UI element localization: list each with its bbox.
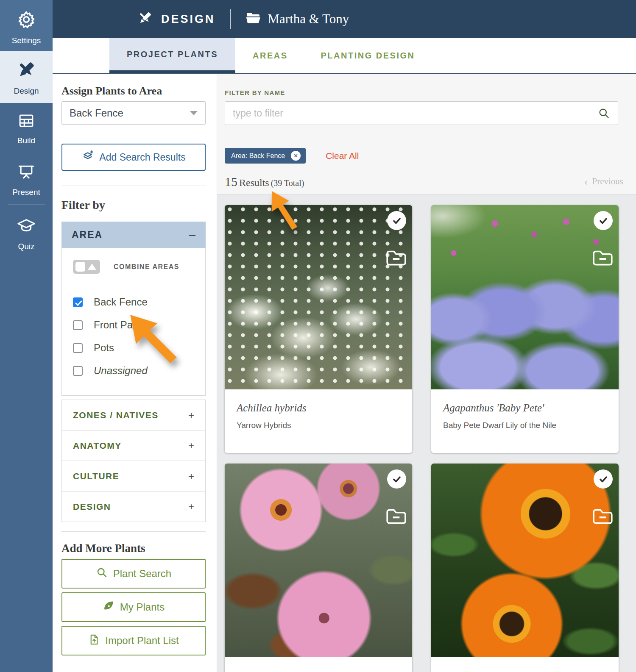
checkbox-label: Back Fence: [94, 296, 148, 308]
plant-card[interactable]: [431, 464, 619, 672]
app-name: DESIGN: [161, 13, 215, 26]
app-logo[interactable]: DESIGN: [136, 9, 215, 29]
checkbox-checked[interactable]: [73, 297, 83, 307]
filter-section-area-body: COMBINE AREAS Back Fence Front Patio Pot…: [61, 248, 206, 396]
chevron-left-icon: ‹: [584, 178, 588, 186]
plant-common-name: Baby Pete Dwarf Lily of the Nile: [443, 421, 607, 430]
filter-section-design[interactable]: DESIGN +: [61, 491, 206, 522]
clear-all-link[interactable]: Clear All: [326, 151, 359, 161]
remove-filter-icon[interactable]: ✕: [291, 151, 301, 161]
area-option-unassigned[interactable]: Unassigned: [73, 365, 197, 377]
chevron-down-icon: [190, 111, 198, 115]
graduation-cap-icon: [17, 216, 36, 238]
folder-minus-icon[interactable]: [591, 507, 614, 527]
combine-areas-toggle[interactable]: [73, 260, 100, 274]
app-header: DESIGN Martha & Tony: [53, 0, 636, 38]
checkbox-unchecked[interactable]: [73, 320, 83, 330]
section-label: DESIGN: [73, 502, 111, 512]
sidebar-item-design[interactable]: Design: [0, 51, 53, 103]
sidebar-item-label: Quiz: [18, 242, 34, 251]
plant-search-button[interactable]: Plant Search: [61, 559, 206, 589]
checkbox-group-divider: [73, 285, 191, 285]
table-icon: [17, 112, 35, 132]
checkbox-label: Front Patio: [94, 319, 143, 331]
project-name: Martha & Tony: [268, 11, 349, 27]
results-grid-area: Achillea hybrids Yarrow Hybrids: [217, 194, 636, 672]
checkbox-unchecked[interactable]: [73, 343, 83, 353]
header-divider: [230, 9, 231, 29]
my-plants-button[interactable]: My Plants: [61, 592, 206, 622]
main-content: Assign Plants to Area Back Fence Add Sea…: [53, 74, 636, 672]
pagination-previous[interactable]: ‹ Previous: [584, 176, 623, 187]
panel-divider: [61, 531, 206, 532]
plant-photo: [431, 205, 619, 389]
presentation-icon: [17, 163, 36, 183]
checkbox-label: Pots: [94, 342, 114, 354]
search-icon[interactable]: [598, 107, 610, 121]
sidebar-item-settings[interactable]: Settings: [0, 0, 53, 51]
import-plant-list-button[interactable]: Import Plant List: [61, 626, 206, 655]
expand-indicator: +: [188, 440, 194, 452]
filter-chip-label: Area: Back Fence: [231, 152, 285, 160]
plant-card-body: Achillea hybrids Yarrow Hybrids: [225, 389, 412, 453]
plant-card-body: Agapanthus 'Baby Pete' Baby Pete Dwarf L…: [431, 389, 619, 453]
leaf-icon: [103, 600, 114, 614]
selected-check-badge[interactable]: [594, 211, 613, 230]
project-switcher[interactable]: Martha & Tony: [245, 11, 349, 27]
sidebar-item-build[interactable]: Build: [0, 112, 53, 145]
area-option-back-fence[interactable]: Back Fence: [73, 296, 197, 308]
selected-check-badge[interactable]: [594, 469, 613, 489]
folder-minus-icon[interactable]: [385, 507, 407, 527]
folder-minus-icon[interactable]: [591, 248, 614, 269]
file-import-icon: [88, 634, 100, 648]
design-tools-icon: [15, 59, 37, 83]
filter-section-area-header[interactable]: AREA –: [61, 222, 206, 248]
checkbox-unchecked[interactable]: [73, 366, 83, 376]
section-label: ANATOMY: [73, 441, 122, 451]
filter-chip-area-back-fence[interactable]: Area: Back Fence ✕: [225, 148, 306, 164]
filter-by-name-input[interactable]: [225, 101, 618, 125]
main-tabbar: PROJECT PLANTS AREAS PLANTING DESIGN: [53, 38, 636, 74]
expand-indicator: +: [188, 501, 194, 513]
selected-check-badge[interactable]: [387, 469, 406, 489]
plant-card-body: [431, 657, 619, 672]
filter-section-anatomy[interactable]: ANATOMY +: [61, 430, 206, 461]
my-plants-label: My Plants: [120, 601, 165, 613]
plant-card[interactable]: Agapanthus 'Baby Pete' Baby Pete Dwarf L…: [431, 205, 619, 453]
filter-section-zones-natives[interactable]: ZONES / NATIVES +: [61, 400, 206, 430]
sidebar-divider: [8, 205, 45, 205]
plant-search-label: Plant Search: [113, 568, 171, 580]
area-option-front-patio[interactable]: Front Patio: [73, 319, 197, 331]
plant-photo: [431, 464, 619, 657]
plant-card[interactable]: Achillea hybrids Yarrow Hybrids: [225, 205, 412, 453]
folder-icon: [245, 11, 261, 27]
area-option-pots[interactable]: Pots: [73, 342, 197, 354]
tab-areas[interactable]: AREAS: [253, 38, 288, 73]
plant-photo: [225, 464, 412, 657]
add-more-plants-title: Add More Plants: [61, 542, 206, 555]
left-panel: Assign Plants to Area Back Fence Add Sea…: [53, 74, 217, 672]
plant-photo: [225, 205, 412, 389]
section-label: ZONES / NATIVES: [73, 410, 159, 420]
import-plant-list-label: Import Plant List: [105, 635, 179, 647]
sidebar-item-label: Settings: [12, 36, 41, 45]
add-search-results-button[interactable]: Add Search Results: [61, 144, 206, 171]
filter-accordion: ZONES / NATIVES + ANATOMY + CULTURE + DE…: [61, 400, 206, 522]
filter-section-culture[interactable]: CULTURE +: [61, 461, 206, 492]
tab-planting-design[interactable]: PLANTING DESIGN: [321, 38, 415, 73]
toggle-triangle-icon: [88, 264, 96, 270]
results-total: (39 Total): [271, 178, 304, 188]
area-dropdown[interactable]: Back Fence: [61, 101, 206, 125]
sidebar-item-quiz[interactable]: Quiz: [0, 216, 53, 251]
active-filters-row: Area: Back Fence ✕ Clear All: [225, 148, 618, 164]
combine-areas-toggle-row[interactable]: COMBINE AREAS: [73, 260, 197, 274]
tab-project-plants[interactable]: PROJECT PLANTS: [109, 38, 235, 73]
expand-indicator: +: [188, 409, 194, 421]
sidebar-item-present[interactable]: Present: [0, 163, 53, 197]
selected-check-badge[interactable]: [387, 211, 406, 230]
results-panel: FILTER BY NAME Area: Back Fence ✕ Clear …: [217, 74, 636, 672]
design-tools-icon: [136, 9, 154, 29]
folder-minus-icon[interactable]: [385, 248, 407, 269]
plant-card[interactable]: [225, 464, 412, 672]
filter-input-wrap: [225, 101, 618, 125]
